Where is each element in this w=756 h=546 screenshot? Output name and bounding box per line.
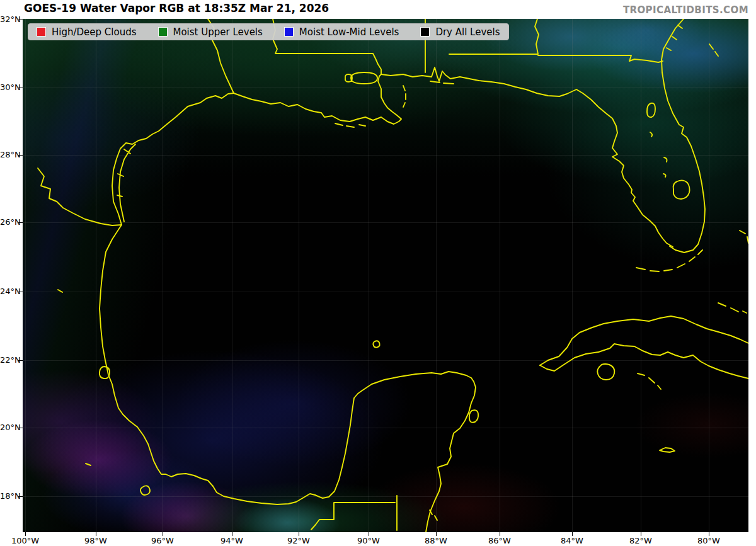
coastline-path — [311, 496, 437, 530]
coastline-path — [430, 81, 454, 84]
coastline-path — [38, 168, 122, 225]
lon-tick-label: 100°W — [8, 536, 43, 545]
legend-item-2: Moist Low-Mid Levels — [284, 26, 399, 38]
coastline-path — [638, 373, 661, 389]
lat-tick-label: 22°N — [0, 355, 19, 365]
coastline-overlay — [23, 19, 748, 532]
coastline-path — [540, 344, 748, 378]
coastline-path — [647, 103, 667, 177]
coastline-path — [660, 448, 675, 452]
coastline-path — [100, 225, 213, 486]
coastline-path — [345, 72, 377, 84]
legend-item-1: Moist Upper Levels — [158, 26, 263, 38]
coastline-path — [213, 372, 476, 532]
lon-tick-label: 96°W — [145, 536, 180, 545]
coastline-path — [662, 19, 705, 253]
lat-tick-label: 30°N — [0, 82, 19, 92]
lon-tick-label: 94°W — [214, 536, 249, 545]
coastline-path — [373, 341, 379, 347]
green-square-icon — [158, 27, 168, 37]
coastline-path — [597, 364, 614, 380]
coastline-path — [673, 180, 690, 199]
legend-item-0: High/Deep Clouds — [37, 26, 137, 38]
legend-item-label: Moist Low-Mid Levels — [299, 26, 399, 38]
coastline-path — [403, 86, 406, 107]
legend-item-label: High/Deep Clouds — [52, 26, 137, 38]
lon-tick-label: 84°W — [554, 536, 590, 545]
color-legend: High/Deep CloudsMoist Upper LevelsMoist … — [28, 23, 509, 40]
lat-tick-label: 28°N — [0, 150, 19, 159]
coastline-path — [117, 144, 135, 222]
legend-item-label: Dry All Levels — [435, 26, 500, 38]
satellite-map-canvas[interactable] — [23, 19, 748, 532]
red-square-icon — [37, 27, 46, 37]
lon-tick-label: 98°W — [78, 536, 113, 545]
satellite-viewer-page: GOES-19 Water Vapor RGB at 18:35Z Mar 21… — [0, 0, 756, 546]
coastline-path — [540, 316, 748, 365]
lat-tick-label: 24°N — [0, 287, 19, 296]
legend-item-label: Moist Upper Levels — [173, 26, 263, 38]
coastline-path — [469, 410, 478, 423]
page-title: GOES-19 Water Vapor RGB at 18:35Z Mar 21… — [24, 2, 329, 14]
coastline-path — [112, 93, 234, 225]
legend-item-3: Dry All Levels — [420, 26, 500, 38]
lat-tick-label: 18°N — [0, 491, 19, 501]
coastline-path — [718, 303, 747, 313]
coastline-path — [335, 123, 365, 127]
coastline-path — [381, 67, 673, 247]
lon-tick-label: 88°W — [418, 536, 454, 545]
lat-tick-label: 26°N — [0, 217, 19, 227]
lat-tick-label: 32°N — [0, 14, 19, 24]
lon-tick-label: 82°W — [623, 536, 658, 545]
lon-tick-label: 92°W — [281, 536, 316, 545]
black-square-icon — [420, 27, 430, 37]
lon-tick-label: 80°W — [691, 536, 726, 545]
coastline-path — [636, 250, 702, 271]
blue-square-icon — [284, 27, 294, 37]
coastline-path — [709, 44, 748, 243]
coastline-path — [58, 290, 150, 495]
lon-tick-label: 90°W — [351, 536, 386, 545]
lat-tick-label: 20°N — [0, 423, 19, 432]
watermark-link[interactable]: TROPICALTIDBITS.COM — [623, 4, 748, 16]
lon-tick-label: 86°W — [482, 536, 517, 545]
